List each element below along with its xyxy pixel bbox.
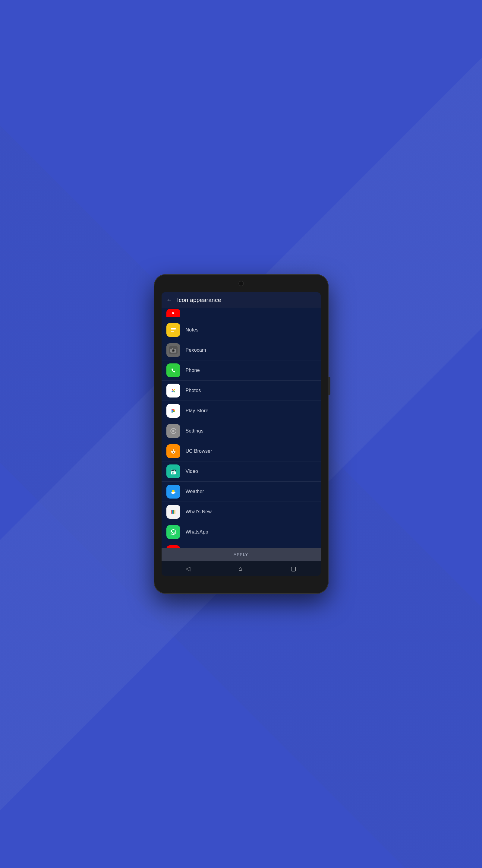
svg-point-39 xyxy=(173,492,175,493)
pexocam-label: Pexocam xyxy=(186,347,206,353)
svg-rect-42 xyxy=(172,510,173,514)
ucbrowser-label: UC Browser xyxy=(186,448,212,454)
list-item-video[interactable]: Video xyxy=(162,461,321,482)
playstore-icon xyxy=(166,404,180,418)
page-title: Icon appearance xyxy=(177,297,221,303)
svg-rect-19 xyxy=(170,431,171,431)
photos-icon xyxy=(166,384,180,398)
svg-rect-17 xyxy=(173,428,173,429)
video-label: Video xyxy=(186,469,198,474)
settings-icon xyxy=(166,424,180,438)
settings-label: Settings xyxy=(186,428,203,434)
svg-point-31 xyxy=(172,452,174,453)
whatsnew-label: What's New xyxy=(186,509,212,515)
list-item-phone[interactable]: Phone xyxy=(162,361,321,381)
photos-label: Photos xyxy=(186,388,201,393)
list-item-settings[interactable]: Settings xyxy=(162,421,321,441)
svg-point-16 xyxy=(172,430,174,432)
svg-rect-3 xyxy=(171,328,176,329)
svg-point-30 xyxy=(173,451,174,451)
video-icon xyxy=(166,464,180,478)
back-button[interactable]: ← xyxy=(166,297,172,303)
whatsapp-icon xyxy=(166,525,180,539)
svg-rect-43 xyxy=(173,510,174,514)
nav-recents-button[interactable]: ▢ xyxy=(291,565,296,572)
app-list[interactable]: Notes Pexocam xyxy=(162,308,321,548)
svg-rect-4 xyxy=(171,330,176,331)
svg-rect-11 xyxy=(169,366,178,375)
screen-header: ← Icon appearance xyxy=(162,292,321,308)
whatsnew-icon xyxy=(166,505,180,519)
nav-home-button[interactable]: ⌂ xyxy=(238,565,242,572)
weather-icon xyxy=(166,485,180,499)
svg-rect-5 xyxy=(171,331,174,332)
playstore-label: Play Store xyxy=(186,408,208,413)
svg-point-9 xyxy=(172,350,174,351)
list-item-youtube[interactable]: YouTube xyxy=(162,542,321,548)
phone-device: ← Icon appearance xyxy=(154,274,328,594)
list-item-photos[interactable]: Photos xyxy=(162,381,321,401)
ucbrowser-icon xyxy=(166,444,180,458)
weather-label: Weather xyxy=(186,489,204,494)
phone-icon xyxy=(166,364,180,377)
list-item-whatsapp[interactable]: WhatsApp xyxy=(162,522,321,542)
svg-rect-44 xyxy=(174,510,175,514)
list-item-notes[interactable]: Notes xyxy=(162,320,321,340)
notes-label: Notes xyxy=(186,327,199,333)
svg-rect-45 xyxy=(169,528,178,536)
notes-icon xyxy=(166,323,180,337)
youtube-icon-partial xyxy=(166,309,180,317)
pexocam-icon xyxy=(166,343,180,357)
svg-rect-18 xyxy=(173,433,173,434)
whatsapp-label: WhatsApp xyxy=(186,529,208,535)
bottom-nav: ◁ ⌂ ▢ xyxy=(162,561,321,576)
list-item-whatsnew[interactable]: What's New xyxy=(162,502,321,522)
svg-rect-10 xyxy=(172,348,173,349)
phone-screen: ← Icon appearance xyxy=(162,292,321,576)
list-item-playstore[interactable]: Play Store xyxy=(162,401,321,421)
svg-rect-41 xyxy=(171,510,172,514)
svg-rect-20 xyxy=(175,431,176,431)
camera-dot xyxy=(238,281,244,286)
side-button xyxy=(328,377,330,395)
list-item-pexocam[interactable]: Pexocam xyxy=(162,340,321,361)
youtube-icon xyxy=(166,545,180,548)
apply-button[interactable]: APPLY xyxy=(162,548,321,561)
nav-back-button[interactable]: ◁ xyxy=(186,565,190,572)
list-item-weather[interactable]: Weather xyxy=(162,482,321,502)
phone-label: Phone xyxy=(186,368,200,373)
svg-point-29 xyxy=(172,451,173,451)
list-item-ucbrowser[interactable]: UC Browser xyxy=(162,441,321,461)
list-item-partial[interactable] xyxy=(162,308,321,320)
